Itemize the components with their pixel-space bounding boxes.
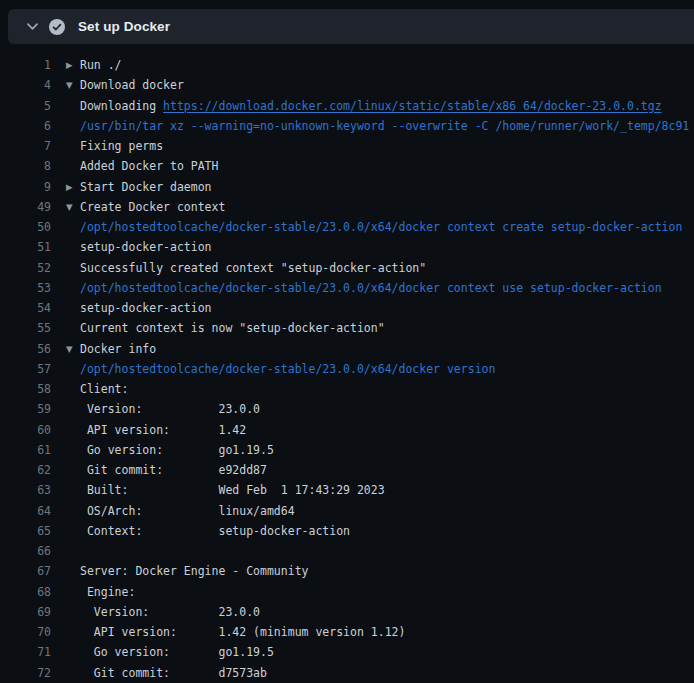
log-line-number[interactable]: 51 xyxy=(0,237,51,257)
log-line-number[interactable]: 8 xyxy=(0,156,51,176)
log-line-text: Fixing perms xyxy=(80,136,163,156)
log-line-number[interactable]: 5 xyxy=(0,96,51,116)
log-line: 53/opt/hostedtoolcache/docker-stable/23.… xyxy=(0,278,694,298)
log-link[interactable]: https://download.docker.com/linux/static… xyxy=(163,99,662,113)
chevron-down-icon[interactable] xyxy=(26,20,39,33)
log-line-number[interactable]: 69 xyxy=(0,602,51,622)
log-line-text: Added Docker to PATH xyxy=(80,156,218,176)
log-line-number[interactable]: 1 xyxy=(0,55,51,75)
plain-text: Run ./ xyxy=(80,58,122,72)
log-line-number[interactable]: 55 xyxy=(0,318,51,338)
log-group-line[interactable]: 4▼Download docker xyxy=(0,75,694,95)
log-line-number[interactable]: 58 xyxy=(0,379,51,399)
log-line-text: Downloading https://download.docker.com/… xyxy=(80,96,662,116)
marker-spacer xyxy=(66,622,80,642)
log-line: 71 Go version: go1.19.5 xyxy=(0,642,694,662)
group-expanded-icon[interactable]: ▼ xyxy=(66,75,80,95)
log-line: 63 Built: Wed Feb 1 17:43:29 2023 xyxy=(0,480,694,500)
log-line: 50/opt/hostedtoolcache/docker-stable/23.… xyxy=(0,217,694,237)
log-line-number[interactable]: 68 xyxy=(0,582,51,602)
log-line: 5Downloading https://download.docker.com… xyxy=(0,96,694,116)
log-group-line[interactable]: 56▼Docker info xyxy=(0,339,694,359)
marker-spacer xyxy=(66,156,80,176)
log-line: 66 xyxy=(0,541,694,561)
log-line-text: Version: 23.0.0 xyxy=(80,602,260,622)
group-collapsed-icon[interactable]: ▶ xyxy=(66,55,80,75)
log-container: 1▶Run ./4▼Download docker5Downloading ht… xyxy=(0,55,694,683)
log-line-number[interactable]: 50 xyxy=(0,217,51,237)
log-line-number[interactable]: 7 xyxy=(0,136,51,156)
log-line-number[interactable]: 57 xyxy=(0,359,51,379)
step-header[interactable]: Set up Docker xyxy=(8,9,694,44)
log-line-text: Version: 23.0.0 xyxy=(80,399,260,419)
log-line-number[interactable]: 65 xyxy=(0,521,51,541)
log-line-number[interactable]: 71 xyxy=(0,642,51,662)
plain-text: API version: 1.42 xyxy=(80,423,246,437)
log-line-number[interactable]: 62 xyxy=(0,460,51,480)
log-line-text: Server: Docker Engine - Community xyxy=(80,561,308,581)
log-line-text: /usr/bin/tar xz --warning=no-unknown-key… xyxy=(80,116,689,136)
log-line-number[interactable]: 52 xyxy=(0,258,51,278)
log-line-number[interactable]: 64 xyxy=(0,501,51,521)
log-line-text: Start Docker daemon xyxy=(80,177,212,197)
marker-spacer xyxy=(66,480,80,500)
log-line-number[interactable]: 59 xyxy=(0,399,51,419)
log-line-number[interactable]: 54 xyxy=(0,298,51,318)
log-line-text: Download docker xyxy=(80,75,184,95)
log-line-text: Client: xyxy=(80,379,128,399)
log-line: 58Client: xyxy=(0,379,694,399)
log-line-number[interactable]: 72 xyxy=(0,663,51,683)
log-line-number[interactable]: 4 xyxy=(0,75,51,95)
log-line-number[interactable]: 9 xyxy=(0,177,51,197)
marker-spacer xyxy=(66,460,80,480)
command-text: /opt/hostedtoolcache/docker-stable/23.0.… xyxy=(80,362,495,376)
log-line: 59 Version: 23.0.0 xyxy=(0,399,694,419)
group-expanded-icon[interactable]: ▼ xyxy=(66,197,80,217)
log-line-text: /opt/hostedtoolcache/docker-stable/23.0.… xyxy=(80,359,495,379)
log-line: 64 OS/Arch: linux/amd64 xyxy=(0,501,694,521)
log-line: 68 Engine: xyxy=(0,582,694,602)
log-line-number[interactable]: 61 xyxy=(0,440,51,460)
log-line-number[interactable]: 63 xyxy=(0,480,51,500)
log-lines: 1▶Run ./4▼Download docker5Downloading ht… xyxy=(0,55,694,683)
log-line-number[interactable]: 60 xyxy=(0,420,51,440)
log-line-number[interactable]: 49 xyxy=(0,197,51,217)
plain-text: Git commit: e92dd87 xyxy=(80,463,267,477)
marker-spacer xyxy=(66,116,80,136)
marker-spacer xyxy=(66,278,80,298)
log-group-line[interactable]: 1▶Run ./ xyxy=(0,55,694,75)
log-group-line[interactable]: 9▶Start Docker daemon xyxy=(0,177,694,197)
marker-spacer xyxy=(66,359,80,379)
log-line-number[interactable]: 67 xyxy=(0,561,51,581)
log-line: 61 Go version: go1.19.5 xyxy=(0,440,694,460)
log-line-text: Go version: go1.19.5 xyxy=(80,440,274,460)
plain-text: Version: 23.0.0 xyxy=(80,605,260,619)
log-line-number[interactable]: 53 xyxy=(0,278,51,298)
marker-spacer xyxy=(66,379,80,399)
log-line-text: API version: 1.42 xyxy=(80,420,246,440)
log-line-number[interactable]: 6 xyxy=(0,116,51,136)
log-line-number[interactable]: 70 xyxy=(0,622,51,642)
marker-spacer xyxy=(66,318,80,338)
log-line-text: /opt/hostedtoolcache/docker-stable/23.0.… xyxy=(80,217,682,237)
log-line-number[interactable]: 56 xyxy=(0,339,51,359)
plain-text: Added Docker to PATH xyxy=(80,159,218,173)
plain-text: API version: 1.42 (minimum version 1.12) xyxy=(80,625,405,639)
plain-text: Successfully created context "setup-dock… xyxy=(80,261,426,275)
command-text: /opt/hostedtoolcache/docker-stable/23.0.… xyxy=(80,281,662,295)
log-line-number[interactable]: 66 xyxy=(0,541,51,561)
group-collapsed-icon[interactable]: ▶ xyxy=(66,177,80,197)
log-line: 60 API version: 1.42 xyxy=(0,420,694,440)
log-line-text: setup-docker-action xyxy=(80,298,212,318)
log-line: 52Successfully created context "setup-do… xyxy=(0,258,694,278)
step-success-icon xyxy=(49,19,65,35)
marker-spacer xyxy=(66,399,80,419)
log-group-line[interactable]: 49▼Create Docker context xyxy=(0,197,694,217)
marker-spacer xyxy=(66,642,80,662)
log-line-text: OS/Arch: linux/amd64 xyxy=(80,501,295,521)
group-expanded-icon[interactable]: ▼ xyxy=(66,339,80,359)
log-line-text: Successfully created context "setup-dock… xyxy=(80,258,426,278)
log-line-text: API version: 1.42 (minimum version 1.12) xyxy=(80,622,405,642)
marker-spacer xyxy=(66,258,80,278)
plain-text: setup-docker-action xyxy=(80,301,212,315)
